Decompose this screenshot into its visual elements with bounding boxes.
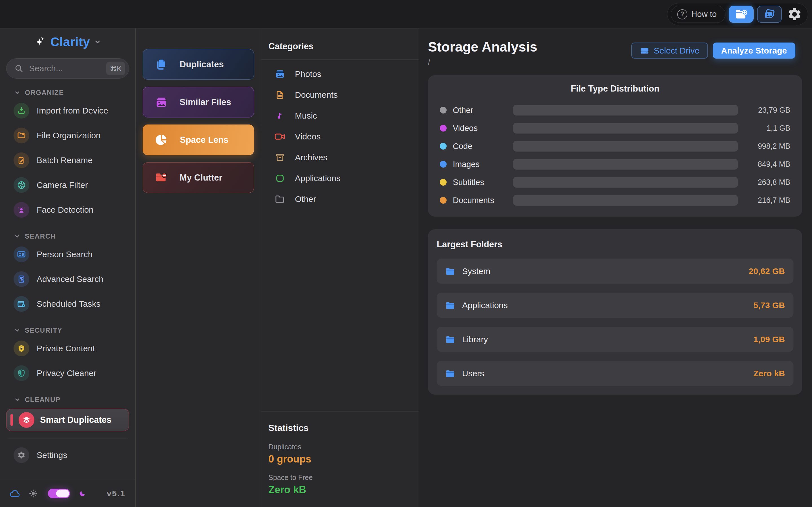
sidebar: Clarity Search... ⌘K ORGANIZE Import fro…: [0, 29, 136, 507]
folder-row-system[interactable]: System 20,62 GB: [437, 259, 794, 284]
sidebar-item-batch-rename[interactable]: Batch Rename: [0, 148, 135, 173]
sidebar-item-private-content[interactable]: Private Content: [0, 336, 135, 361]
sidebar-item-person-search[interactable]: Person Search: [0, 242, 135, 267]
statistics-title: Statistics: [268, 423, 419, 433]
bar-track: [513, 141, 738, 152]
section-cleanup[interactable]: CLEANUP: [0, 394, 135, 405]
sidebar-footer: v5.1: [0, 480, 135, 507]
bar-track: [513, 177, 738, 187]
space-value: Zero kB: [268, 484, 419, 496]
legend-dot: [440, 125, 447, 131]
file-type-distribution-card: File Type Distribution Other 23,79 GB Vi…: [428, 75, 802, 217]
face-detection-icon: [13, 202, 29, 218]
tool-my-clutter[interactable]: My Clutter: [143, 162, 254, 193]
gear-icon: [787, 7, 802, 22]
chart-row-code: Code 998,2 MB: [440, 137, 790, 155]
id-card-icon: [13, 246, 29, 262]
search-icon: [14, 64, 23, 73]
sidebar-item-advanced-search[interactable]: Advanced Search: [0, 267, 135, 291]
question-circle-icon: ?: [677, 9, 688, 19]
chart-row-other: Other 23,79 GB: [440, 101, 790, 119]
bar-track: [513, 159, 738, 170]
category-documents[interactable]: Documents: [261, 84, 419, 105]
sidebar-item-scheduled-tasks[interactable]: Scheduled Tasks: [0, 291, 135, 316]
search-placeholder: Search...: [29, 64, 101, 73]
chevron-down-icon: [94, 38, 101, 46]
category-photos[interactable]: Photos: [261, 64, 419, 84]
sun-icon: [29, 489, 38, 498]
tool-duplicates[interactable]: Duplicates: [143, 49, 254, 80]
app-logo[interactable]: Clarity: [0, 29, 135, 55]
largest-folders-card: Largest Folders System 20,62 GB Applicat…: [428, 229, 802, 395]
version-label: v5.1: [107, 489, 125, 498]
categories-title: Categories: [261, 29, 419, 60]
folder-gear-icon: [13, 128, 29, 144]
section-security[interactable]: SECURITY: [0, 325, 135, 336]
sidebar-item-file-organization[interactable]: File Organization: [0, 123, 135, 148]
add-folder-button[interactable]: [729, 6, 754, 23]
folder-plus-icon: [735, 9, 748, 19]
section-search[interactable]: SEARCH: [0, 231, 135, 242]
chart-row-documents: Documents 216,7 MB: [440, 191, 790, 209]
category-music[interactable]: Music: [261, 105, 419, 126]
categories-column: Categories Photos Documents Music Videos: [261, 29, 419, 507]
sidebar-item-label: Private Content: [37, 344, 95, 353]
how-to-button[interactable]: ? How to: [671, 6, 725, 23]
category-other[interactable]: Other: [261, 189, 419, 210]
legend-dot: [440, 161, 447, 168]
how-to-label: How to: [691, 10, 717, 19]
document-icon: [274, 90, 286, 100]
space-caption: Space to Free: [268, 473, 419, 482]
sidebar-item-face-detection[interactable]: Face Detection: [0, 198, 135, 222]
top-bar: ? How to: [0, 0, 812, 29]
chart-title: File Type Distribution: [440, 83, 790, 94]
similar-files-icon: [155, 96, 168, 109]
sidebar-item-label: Scheduled Tasks: [37, 299, 100, 309]
archive-box-icon: [274, 153, 286, 162]
document-search-icon: [13, 271, 29, 287]
legend-dot: [440, 197, 447, 204]
sidebar-item-camera-filter[interactable]: Camera Filter: [0, 173, 135, 198]
sidebar-item-label: Privacy Cleaner: [37, 369, 96, 378]
sidebar-item-import-from-device[interactable]: Import from Device: [0, 98, 135, 123]
settings-gear-button[interactable]: [785, 6, 804, 23]
shield-lock-icon: [13, 341, 29, 356]
sidebar-item-label: Face Detection: [37, 205, 94, 215]
folder-icon: [445, 301, 455, 310]
category-videos[interactable]: Videos: [261, 126, 419, 147]
gear-icon: [13, 447, 29, 463]
aperture-icon: [13, 177, 29, 193]
moon-icon: [79, 490, 86, 497]
sidebar-item-privacy-cleaner[interactable]: Privacy Cleaner: [0, 361, 135, 386]
section-organize[interactable]: ORGANIZE: [0, 87, 135, 98]
category-archives[interactable]: Archives: [261, 147, 419, 168]
tool-similar-files[interactable]: Similar Files: [143, 87, 254, 117]
drive-icon: [640, 47, 649, 55]
select-drive-button[interactable]: Select Drive: [631, 43, 708, 59]
category-applications[interactable]: Applications: [261, 168, 419, 189]
duplicates-icon: [155, 58, 168, 71]
folder-row-applications[interactable]: Applications 5,73 GB: [437, 293, 794, 318]
app-name: Clarity: [50, 35, 90, 49]
analyze-storage-button[interactable]: Analyze Storage: [713, 43, 795, 59]
active-indicator: [10, 414, 13, 426]
folder-row-library[interactable]: Library 1,09 GB: [437, 327, 794, 352]
sparkle-icon: [34, 36, 47, 48]
duplicates-caption: Duplicates: [268, 443, 419, 451]
tool-space-lens[interactable]: Space Lens: [143, 124, 254, 155]
video-camera-icon: [274, 132, 286, 142]
search-input[interactable]: Search... ⌘K: [6, 58, 129, 78]
largest-folders-title: Largest Folders: [437, 239, 794, 249]
theme-toggle[interactable]: [48, 489, 70, 498]
sidebar-item-smart-duplicates[interactable]: Smart Duplicates: [6, 409, 129, 431]
sidebar-item-settings[interactable]: Settings: [0, 443, 135, 467]
folder-icon: [274, 194, 286, 204]
photos-view-button[interactable]: [757, 6, 782, 23]
app-square-icon: [274, 173, 286, 183]
cloud-icon: [10, 489, 20, 498]
folder-minus-icon: [155, 171, 168, 184]
shield-half-icon: [13, 365, 29, 381]
chevron-down-icon: [14, 90, 20, 96]
chart-row-images: Images 849,4 MB: [440, 155, 790, 173]
folder-row-users[interactable]: Users Zero kB: [437, 361, 794, 386]
